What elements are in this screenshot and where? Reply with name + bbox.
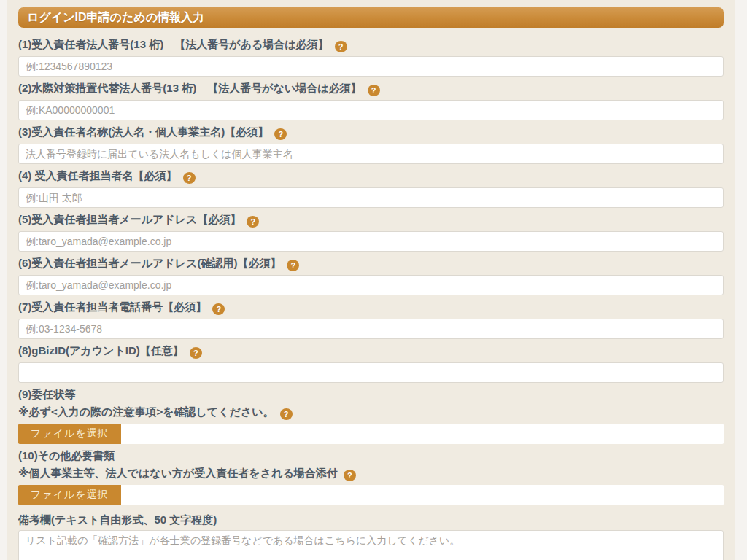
contact-email-confirm-input[interactable] xyxy=(18,275,724,295)
field-organization-name: (3)受入責任者名称(法人名・個人事業主名)【必須】? xyxy=(18,125,724,164)
field-border-measure-alt-number: (2)水際対策措置代替法人番号(13 桁) 【法人番号がない場合は必須】? xyxy=(18,81,724,120)
field-label: (9)委任状等 xyxy=(18,387,724,401)
field-label: (8)gBizID(アカウントID)【任意】? xyxy=(18,343,724,359)
field-corporate-number: (1)受入責任者法人番号(13 桁) 【法人番号がある場合は必須】? xyxy=(18,37,724,77)
field-label-text: (1)受入責任者法人番号(13 桁) 【法人番号がある場合は必須】 xyxy=(18,38,329,50)
help-icon[interactable]: ? xyxy=(247,216,259,228)
help-icon[interactable]: ? xyxy=(344,470,356,481)
help-icon[interactable]: ? xyxy=(368,85,380,96)
field-contact-name: (4) 受入責任者担当者名【必須】? xyxy=(18,168,724,208)
field-label-text: (3)受入責任者名称(法人名・個人事業主名)【必須】 xyxy=(18,125,268,138)
contact-name-input[interactable] xyxy=(18,187,724,208)
field-other-documents: (10)その他必要書類 ※個人事業主等、法人ではない方が受入責任者をされる場合添… xyxy=(18,448,724,505)
field-label-text: (5)受入責任者担当者メールアドレス【必須】 xyxy=(18,213,241,225)
help-icon[interactable]: ? xyxy=(274,128,287,140)
contact-email-input[interactable] xyxy=(18,231,724,252)
file-select-button[interactable]: ファイルを選択 xyxy=(18,424,121,444)
help-icon[interactable]: ? xyxy=(190,347,202,359)
field-label-text: (7)受入責任者担当者電話番号【必須】 xyxy=(18,300,206,313)
field-note-text: ※個人事業主等、法人ではない方が受入責任者をされる場合添付 xyxy=(18,467,338,479)
field-contact-email-confirm: (6)受入責任者担当者メールアドレス(確認用)【必須】? xyxy=(18,256,724,295)
field-label: (5)受入責任者担当者メールアドレス【必須】? xyxy=(18,212,724,228)
field-label: (3)受入責任者名称(法人名・個人事業主名)【必須】? xyxy=(18,125,724,140)
field-label-text: (2)水際対策措置代替法人番号(13 桁) 【法人番号がない場合は必須】 xyxy=(18,82,362,94)
organization-name-input[interactable] xyxy=(18,144,724,164)
help-icon[interactable]: ? xyxy=(287,260,299,271)
field-label: (10)その他必要書類 xyxy=(18,448,724,462)
field-remarks: 備考欄(テキスト自由形式、50 文字程度) xyxy=(18,513,724,560)
border-measure-alt-number-input[interactable] xyxy=(18,100,724,120)
field-label-text: (4) 受入責任者担当者名【必須】 xyxy=(18,169,177,182)
corporate-number-input[interactable] xyxy=(18,56,724,77)
field-label-text: (8)gBizID(アカウントID)【任意】 xyxy=(18,344,184,357)
field-label-text: (9)委任状等 xyxy=(18,388,75,400)
field-note-text: ※必ず<入力の際の注意事項>を確認してください。 xyxy=(18,405,274,418)
field-note: ※個人事業主等、法人ではない方が受入責任者をされる場合添付? xyxy=(18,466,724,481)
field-label: (1)受入責任者法人番号(13 桁) 【法人番号がある場合は必須】? xyxy=(18,37,724,52)
field-label: (4) 受入責任者担当者名【必須】? xyxy=(18,168,724,184)
field-label-text: (10)その他必要書類 xyxy=(18,449,115,462)
field-note: ※必ず<入力の際の注意事項>を確認してください。? xyxy=(18,405,724,420)
help-icon[interactable]: ? xyxy=(280,408,293,420)
file-input-row: ファイルを選択 xyxy=(18,424,724,444)
field-label-text: (6)受入責任者担当者メールアドレス(確認用)【必須】 xyxy=(18,257,281,269)
form-panel: ログインID申請のための情報入力 (1)受入責任者法人番号(13 桁) 【法人番… xyxy=(7,0,735,560)
field-gbizid: (8)gBizID(アカウントID)【任意】? xyxy=(18,343,724,383)
field-label: (7)受入責任者担当者電話番号【必須】? xyxy=(18,300,724,315)
help-icon[interactable]: ? xyxy=(335,41,347,52)
file-input-row: ファイルを選択 xyxy=(18,485,724,505)
page-title: ログインID申請のための情報入力 xyxy=(18,7,724,28)
gbizid-input[interactable] xyxy=(18,362,724,383)
remarks-label: 備考欄(テキスト自由形式、50 文字程度) xyxy=(18,513,724,526)
help-icon[interactable]: ? xyxy=(212,303,225,315)
remarks-textarea[interactable] xyxy=(18,530,724,560)
field-contact-phone: (7)受入責任者担当者電話番号【必須】? xyxy=(18,300,724,339)
help-icon[interactable]: ? xyxy=(183,172,196,184)
field-power-of-attorney: (9)委任状等 ※必ず<入力の際の注意事項>を確認してください。? ファイルを選… xyxy=(18,387,724,444)
field-label: (2)水際対策措置代替法人番号(13 桁) 【法人番号がない場合は必須】? xyxy=(18,81,724,96)
field-contact-email: (5)受入責任者担当者メールアドレス【必須】? xyxy=(18,212,724,252)
file-select-button[interactable]: ファイルを選択 xyxy=(18,485,121,505)
contact-phone-input[interactable] xyxy=(18,319,724,339)
field-label: (6)受入責任者担当者メールアドレス(確認用)【必須】? xyxy=(18,256,724,271)
